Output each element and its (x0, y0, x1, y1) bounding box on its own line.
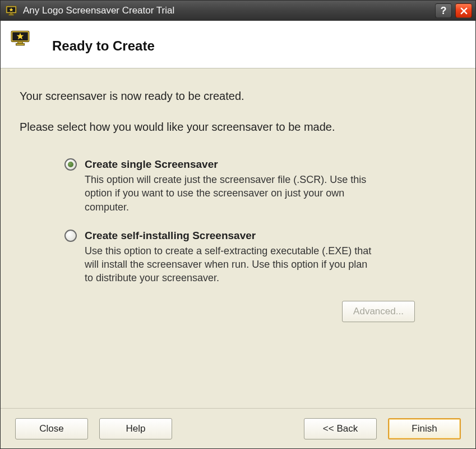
wizard-content: Your screensaver is now ready to be crea… (1, 68, 475, 408)
wizard-header: Ready to Create (1, 21, 475, 68)
option-description: This option will create just the screens… (85, 173, 376, 214)
close-icon[interactable] (455, 3, 472, 18)
titlebar: Any Logo Screensaver Creator Trial ? (1, 1, 475, 21)
help-icon[interactable]: ? (435, 3, 452, 18)
wizard-footer: Close Help << Back Finish (1, 408, 475, 448)
radio-self-installing[interactable] (64, 230, 77, 242)
radio-single-screensaver[interactable] (64, 158, 77, 171)
monitor-icon (11, 30, 30, 49)
svg-rect-4 (8, 14, 13, 15)
finish-button[interactable]: Finish (388, 418, 461, 439)
instruction-text: Please select how you would like your sc… (20, 121, 459, 134)
option-single-screensaver: Create single Screensaver This option wi… (64, 158, 425, 214)
close-button[interactable]: Close (15, 418, 88, 439)
advanced-button[interactable]: Advanced... (342, 301, 415, 322)
wizard-window: Any Logo Screensaver Creator Trial ? Rea… (0, 0, 476, 449)
window-title: Any Logo Screensaver Creator Trial (23, 5, 432, 16)
option-description: Use this option to create a self-extract… (85, 244, 376, 285)
option-title: Create single Screensaver (85, 158, 218, 171)
svg-rect-9 (16, 44, 25, 45)
page-title: Ready to Create (52, 38, 155, 54)
intro-text: Your screensaver is now ready to be crea… (20, 90, 459, 103)
app-icon (5, 4, 17, 17)
option-title: Create self-installing Screensaver (85, 230, 256, 242)
help-button[interactable]: Help (99, 418, 172, 439)
option-self-installing: Create self-installing Screensaver Use t… (64, 230, 425, 285)
back-button[interactable]: << Back (304, 418, 377, 439)
